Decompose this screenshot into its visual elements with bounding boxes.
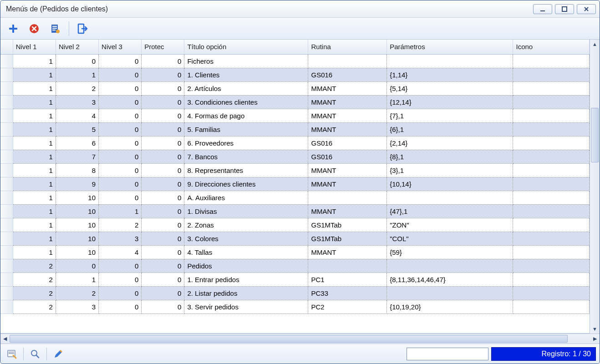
cell-param[interactable]: {2,14} xyxy=(387,136,513,150)
cell-nivel1[interactable]: 1 xyxy=(13,122,56,136)
cell-nivel3[interactable]: 0 xyxy=(99,273,142,286)
cell-rutina[interactable]: MMANT xyxy=(308,95,387,109)
cell-icono[interactable] xyxy=(513,177,590,191)
cell-rutina[interactable]: GS016 xyxy=(308,150,387,163)
cell-nivel3[interactable]: 3 xyxy=(99,232,142,245)
cell-param[interactable]: {8},1 xyxy=(387,150,513,163)
cell-icono[interactable] xyxy=(513,109,590,122)
row-selector-cell[interactable] xyxy=(0,109,13,122)
cell-nivel1[interactable]: 2 xyxy=(13,259,56,273)
table-row[interactable]: 14004. Formas de pagoMMANT{7},1 xyxy=(0,109,590,122)
hscroll-track[interactable] xyxy=(10,334,590,344)
cell-nivel2[interactable]: 10 xyxy=(56,191,98,204)
maximize-button[interactable] xyxy=(555,4,574,14)
cell-nivel1[interactable]: 1 xyxy=(13,81,56,95)
cell-protec[interactable]: 0 xyxy=(142,286,184,300)
row-selector-cell[interactable] xyxy=(0,300,13,313)
vertical-scrollbar[interactable]: ▲ ▼ xyxy=(590,40,600,334)
table-row[interactable]: 21001. Entrar pedidosPC1{8,11,36,14,46,4… xyxy=(0,273,590,286)
cell-nivel3[interactable]: 0 xyxy=(99,300,142,313)
row-selector-cell[interactable] xyxy=(0,95,13,109)
cell-param[interactable]: "COL" xyxy=(387,232,513,245)
cell-rutina[interactable] xyxy=(308,191,387,204)
cell-nivel3[interactable]: 0 xyxy=(99,136,142,150)
cell-nivel3[interactable]: 0 xyxy=(99,95,142,109)
cell-nivel2[interactable]: 3 xyxy=(56,95,98,109)
cell-nivel3[interactable]: 0 xyxy=(99,286,142,300)
row-selector-cell[interactable] xyxy=(0,232,13,245)
cell-titulo[interactable]: 1. Divisas xyxy=(184,204,308,218)
cell-nivel1[interactable]: 1 xyxy=(13,218,56,232)
cell-nivel2[interactable]: 10 xyxy=(56,218,98,232)
cell-param[interactable]: {59} xyxy=(387,245,513,259)
cell-param[interactable]: {8,11,36,14,46,47} xyxy=(387,273,513,286)
col-nivel3[interactable]: Nivel 3 xyxy=(99,40,142,54)
cell-nivel3[interactable]: 0 xyxy=(99,81,142,95)
cell-nivel2[interactable]: 2 xyxy=(56,81,98,95)
table-row[interactable]: 15005. FamiliasMMANT{6},1 xyxy=(0,122,590,136)
cell-nivel2[interactable]: 3 xyxy=(56,300,98,313)
cell-rutina[interactable]: GS1MTab xyxy=(308,232,387,245)
row-selector-cell[interactable] xyxy=(0,245,13,259)
cell-icono[interactable] xyxy=(513,122,590,136)
cell-param[interactable]: {47},1 xyxy=(387,204,513,218)
cell-nivel1[interactable]: 1 xyxy=(13,191,56,204)
pencil-edit-button[interactable] xyxy=(51,347,66,361)
cell-icono[interactable] xyxy=(513,163,590,177)
cell-icono[interactable] xyxy=(513,259,590,273)
cell-protec[interactable]: 0 xyxy=(142,218,184,232)
cell-protec[interactable]: 0 xyxy=(142,204,184,218)
cell-titulo[interactable]: 3. Servir pedidos xyxy=(184,300,308,313)
cell-nivel1[interactable]: 2 xyxy=(13,273,56,286)
cell-param[interactable]: {3},1 xyxy=(387,163,513,177)
cell-nivel3[interactable]: 0 xyxy=(99,150,142,163)
cell-nivel3[interactable]: 0 xyxy=(99,109,142,122)
cell-icono[interactable] xyxy=(513,136,590,150)
edit-form-button[interactable] xyxy=(4,347,20,361)
table-row[interactable]: 1000Ficheros xyxy=(0,54,590,68)
delete-button[interactable] xyxy=(25,20,43,37)
cell-param[interactable] xyxy=(387,259,513,273)
cell-icono[interactable] xyxy=(513,300,590,313)
cell-nivel2[interactable]: 6 xyxy=(56,136,98,150)
cell-nivel2[interactable]: 1 xyxy=(56,68,98,81)
cell-nivel2[interactable]: 5 xyxy=(56,122,98,136)
cell-nivel2[interactable]: 0 xyxy=(56,259,98,273)
cell-protec[interactable]: 0 xyxy=(142,177,184,191)
cell-rutina[interactable]: MMANT xyxy=(308,163,387,177)
cell-nivel3[interactable]: 0 xyxy=(99,191,142,204)
add-button[interactable] xyxy=(4,20,22,37)
cell-param[interactable]: {1,14} xyxy=(387,68,513,81)
cell-icono[interactable] xyxy=(513,191,590,204)
cell-nivel2[interactable]: 8 xyxy=(56,163,98,177)
cell-titulo[interactable]: 1. Entrar pedidos xyxy=(184,273,308,286)
search-input[interactable] xyxy=(407,348,488,360)
cell-nivel1[interactable]: 1 xyxy=(13,136,56,150)
cell-rutina[interactable] xyxy=(308,259,387,273)
cell-protec[interactable]: 0 xyxy=(142,68,184,81)
cell-titulo[interactable]: Ficheros xyxy=(184,54,308,68)
grid-body[interactable]: Nivel 1 Nivel 2 Nivel 3 Protec Título op… xyxy=(0,40,590,334)
cell-param[interactable]: {6},1 xyxy=(387,122,513,136)
cell-icono[interactable] xyxy=(513,204,590,218)
cell-titulo[interactable]: 3. Condiciones clientes xyxy=(184,95,308,109)
scroll-thumb[interactable] xyxy=(591,108,599,162)
col-titulo[interactable]: Título opción xyxy=(184,40,308,54)
cell-nivel1[interactable]: 2 xyxy=(13,300,56,313)
cell-titulo[interactable]: 2. Artículos xyxy=(184,81,308,95)
search-button[interactable] xyxy=(27,347,43,361)
cell-rutina[interactable]: MMANT xyxy=(308,204,387,218)
cell-rutina[interactable]: PC33 xyxy=(308,286,387,300)
col-nivel2[interactable]: Nivel 2 xyxy=(56,40,98,54)
cell-titulo[interactable]: 4. Formas de pago xyxy=(184,109,308,122)
cell-nivel3[interactable]: 1 xyxy=(99,204,142,218)
scroll-up-arrow[interactable]: ▲ xyxy=(590,40,600,49)
cell-param[interactable]: {12,14} xyxy=(387,95,513,109)
cell-protec[interactable]: 0 xyxy=(142,150,184,163)
cell-icono[interactable] xyxy=(513,286,590,300)
cell-icono[interactable] xyxy=(513,245,590,259)
cell-protec[interactable]: 0 xyxy=(142,163,184,177)
cell-protec[interactable]: 0 xyxy=(142,54,184,68)
cell-nivel1[interactable]: 1 xyxy=(13,245,56,259)
col-nivel1[interactable]: Nivel 1 xyxy=(13,40,56,54)
